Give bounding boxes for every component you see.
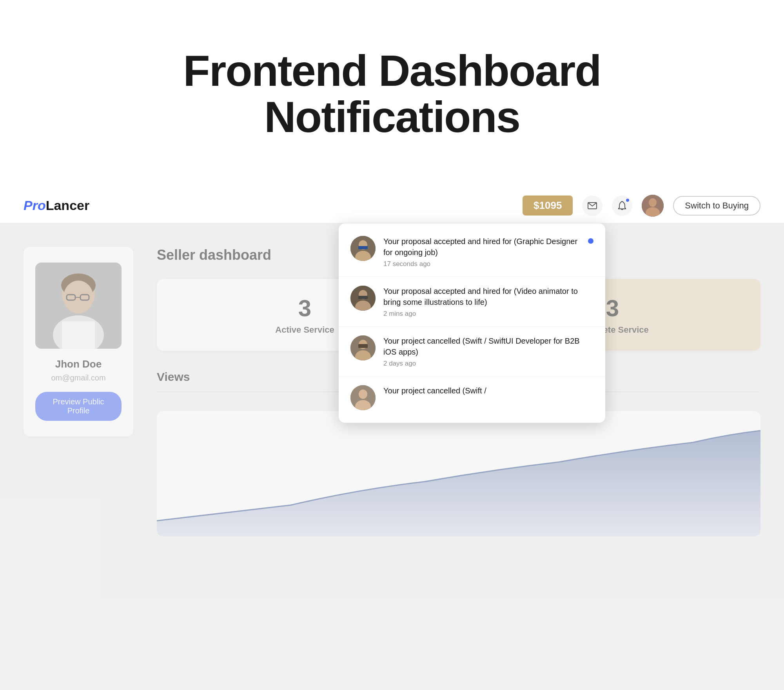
notification-item[interactable]: Your proposal accepted and hired for (Gr… (339, 227, 605, 277)
hero-title: Frontend Dashboard Notifications (183, 48, 601, 140)
notif-unread-dot-1 (588, 238, 593, 244)
notif-avatar-4 (350, 385, 376, 410)
notif-text-3: Your project cancelled (Swift / SwiftUI … (383, 335, 593, 357)
bell-icon (618, 201, 626, 210)
notification-item[interactable]: Your project cancelled (Swift / (339, 377, 605, 419)
avatar-image (642, 195, 664, 217)
logo-pro: Pro (24, 198, 46, 213)
notif-text-4: Your project cancelled (Swift / (383, 385, 593, 396)
notification-dot (625, 198, 630, 203)
svg-point-17 (359, 389, 367, 399)
notification-item[interactable]: Your project cancelled (Swift / SwiftUI … (339, 327, 605, 377)
notif-text-1: Your proposal accepted and hired for (Gr… (383, 236, 580, 258)
notif-text-2: Your proposal accepted and hired for (Vi… (383, 286, 593, 308)
navbar: ProLancer $1095 (0, 188, 784, 223)
notif-time-2: 2 mins ago (383, 310, 593, 318)
notification-button[interactable] (612, 196, 632, 216)
svg-rect-15 (358, 344, 368, 348)
logo: ProLancer (24, 198, 89, 213)
notif-time-3: 2 days ago (383, 360, 593, 368)
notif-body-4: Your project cancelled (Swift / (383, 385, 593, 398)
svg-point-2 (649, 198, 657, 207)
notification-dropdown: Your proposal accepted and hired for (Gr… (339, 223, 605, 423)
avatar-button[interactable] (642, 195, 664, 217)
mail-icon (588, 202, 597, 209)
dashboard-wrapper: ProLancer $1095 (0, 188, 784, 690)
switch-to-buying-button[interactable]: Switch to Buying (673, 196, 760, 216)
notif-body-1: Your proposal accepted and hired for (Gr… (383, 236, 580, 268)
hero-section: Frontend Dashboard Notifications (0, 0, 784, 188)
notif-avatar-1 (350, 236, 376, 261)
notif-body-2: Your proposal accepted and hired for (Vi… (383, 286, 593, 318)
svg-rect-7 (358, 246, 368, 249)
mail-button[interactable] (582, 196, 603, 216)
notif-body-3: Your project cancelled (Swift / SwiftUI … (383, 335, 593, 368)
svg-rect-11 (358, 296, 368, 299)
balance-badge: $1095 (523, 196, 573, 216)
notif-avatar-2 (350, 286, 376, 311)
notif-time-1: 17 seconds ago (383, 260, 580, 268)
navbar-right: $1095 (523, 195, 760, 217)
notif-avatar-3 (350, 335, 376, 360)
notification-item[interactable]: Your proposal accepted and hired for (Vi… (339, 277, 605, 327)
logo-rest: Lancer (46, 198, 90, 213)
